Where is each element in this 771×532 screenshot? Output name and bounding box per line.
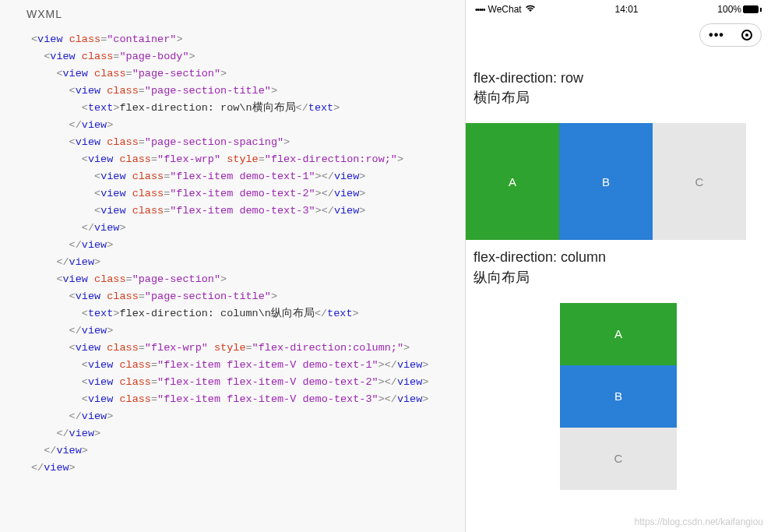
section-title-row-en: flex-direction: row (474, 69, 763, 88)
flex-item-b: B (559, 123, 653, 240)
capsule-button[interactable]: ••• (699, 23, 762, 47)
flex-item-a: A (466, 123, 559, 240)
page-body: flex-direction: row 横向布局 A B C flex-dire… (466, 19, 771, 490)
flex-item-v-c: C (560, 428, 677, 490)
signal-icon: ••••• (475, 5, 485, 14)
section-title-column-en: flex-direction: column (474, 248, 763, 267)
flex-row-demo: A B C (466, 123, 771, 240)
flex-column-demo: A B C (466, 303, 771, 490)
code-editor-panel[interactable]: WXML <view class="container"> <view clas… (0, 0, 466, 532)
code-content[interactable]: <view class="container"> <view class="pa… (0, 28, 465, 492)
menu-icon[interactable]: ••• (709, 28, 724, 42)
flex-item-v-b: B (560, 365, 677, 428)
section-title-column-cn: 纵向布局 (474, 268, 763, 287)
status-bar: ••••• WeChat 14:01 100% (466, 0, 771, 19)
simulator-panel: ••••• WeChat 14:01 100% ••• flex-directi… (466, 0, 771, 532)
editor-tab-wxml[interactable]: WXML (26, 8, 62, 20)
close-icon[interactable] (741, 30, 752, 41)
clock-label: 14:01 (614, 4, 638, 15)
battery-icon (743, 5, 759, 13)
battery-pct-label: 100% (717, 4, 741, 15)
section-title-column: flex-direction: column 纵向布局 (466, 248, 771, 287)
flex-item-c: C (653, 123, 746, 240)
wifi-icon (525, 4, 536, 15)
watermark-label: https://blog.csdn.net/kaifangiou (635, 516, 763, 527)
carrier-label: WeChat (488, 4, 522, 15)
section-title-row-cn: 横向布局 (474, 88, 763, 107)
section-title-row: flex-direction: row 横向布局 (466, 69, 771, 107)
flex-item-v-a: A (560, 303, 677, 365)
